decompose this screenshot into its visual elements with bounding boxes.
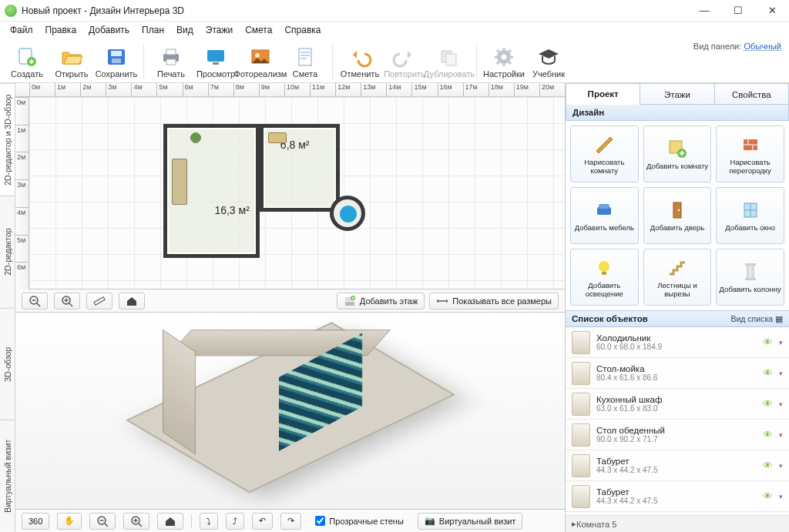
object-menu-icon[interactable]: ▾ [779,462,783,470]
menu-plan[interactable]: План [136,23,170,37]
right-panel: Проект Этажи Свойства Дизайн Нарисовать … [566,83,789,532]
svg-rect-7 [166,59,176,65]
toolbar-settings[interactable]: Настройки [482,45,526,79]
pan-tool[interactable]: ✋ [57,513,82,530]
zoom-in-3d[interactable] [123,513,149,530]
furniture-toilet[interactable] [340,206,357,223]
maximize-button[interactable]: ☐ [721,0,755,22]
menu-floors[interactable]: Этажи [200,23,238,37]
rotate-360[interactable]: 360 [22,513,49,530]
menu-add[interactable]: Добавить [83,23,135,37]
design-add-column[interactable]: Добавить колонну [716,249,784,306]
design-add-door[interactable]: Добавить дверь [643,187,712,244]
rotate-left[interactable]: ↶ [252,513,273,530]
object-menu-icon[interactable]: ▾ [779,370,783,377]
toolbar-photoreal[interactable]: Фотореализм [238,45,283,79]
lefttab-2d[interactable]: 2D-редактор [0,196,15,308]
zoom-out-3d[interactable] [89,513,116,530]
plan-canvas[interactable]: 16,3 м² 6,8 м² [29,97,565,289]
toolbar-preview[interactable]: Просмотр [193,45,238,79]
object-menu-icon[interactable]: ▾ [779,339,783,346]
object-item[interactable]: Холодильник60.0 x 68.0 x 184.9👁▾ [566,327,789,358]
furniture-plant[interactable] [190,132,201,143]
tab-properties[interactable]: Свойства [714,83,789,105]
object-item[interactable]: Табурет44.3 x 44.2 x 47.5👁▾ [566,450,789,481]
lefttab-3d[interactable]: 3D-обзор [0,308,15,420]
close-button[interactable]: ✕ [755,0,789,22]
svg-rect-9 [213,62,219,65]
object-name: Холодильник [596,333,757,343]
menu-file[interactable]: Файл [5,23,39,37]
svg-rect-14 [446,54,456,65]
zoom-out-2d[interactable] [22,293,48,309]
minimize-button[interactable]: — [687,0,721,22]
object-dimensions: 63.0 x 61.6 x 83.0 [596,404,757,413]
visibility-icon[interactable]: 👁 [763,367,773,379]
zoom-in-2d[interactable] [54,293,80,309]
visibility-icon[interactable]: 👁 [763,490,773,502]
toolbar-duplicate: Дублировать [427,45,472,79]
measure-tool[interactable] [86,293,112,309]
toolbar-open[interactable]: Открыть [49,45,94,79]
visibility-icon[interactable]: 👁 [763,398,773,410]
room-1-area: 16,3 м² [214,204,249,216]
visibility-icon[interactable]: 👁 [763,429,773,440]
object-item[interactable]: Табурет44.3 x 44.2 x 47.5👁▾ [566,481,789,512]
home-2d[interactable] [119,293,145,309]
virtual-visit-button[interactable]: 📷 Виртуальный визит [418,513,523,530]
object-dimensions: 60.0 x 68.0 x 184.9 [596,343,757,351]
tilt-down[interactable]: ⤵ [200,513,218,530]
svg-rect-4 [112,59,121,63]
object-room-row[interactable]: ▸ Комната 5 [566,515,789,532]
transparent-walls-check[interactable]: Прозрачные стены [309,513,409,530]
menu-edit[interactable]: Правка [40,23,82,37]
design-stairs-cutouts[interactable]: Лестницы и вырезы [643,249,712,306]
design-draw-room[interactable]: Нарисовать комнату [570,125,639,182]
tab-floors[interactable]: Этажи [640,83,713,105]
lefttab-2d-3d[interactable]: 2D-редактор и 3D-обзор [0,83,15,196]
lefttab-virtual[interactable]: Виртуальный визит [0,420,15,532]
toolbar-undo[interactable]: Отменить [337,45,382,79]
toolbar-tutorial[interactable]: Учебник [526,45,571,79]
object-item[interactable]: Стол обеденный90.0 x 90.2 x 71.7👁▾ [566,420,789,450]
menu-view[interactable]: Вид [171,23,199,37]
view-3d[interactable] [15,313,565,509]
visibility-icon[interactable]: 👁 [763,336,773,348]
object-menu-icon[interactable]: ▾ [779,493,783,500]
design-add-lighting[interactable]: Добавить освещение [570,249,639,306]
visibility-icon[interactable]: 👁 [763,460,773,471]
menu-help[interactable]: Справка [279,23,326,37]
toolbar-redo: Повторить [382,45,427,79]
object-menu-icon[interactable]: ▾ [779,400,783,408]
design-add-room[interactable]: Добавить комнату [643,125,712,182]
home-3d[interactable] [157,513,183,530]
svg-rect-30 [673,202,681,218]
object-item[interactable]: Стол-мойка80.4 x 61.6 x 86.6👁▾ [566,358,789,389]
furniture-sofa[interactable] [172,159,187,205]
object-list[interactable]: Холодильник60.0 x 68.0 x 184.9👁▾Стол-мой… [566,327,789,515]
svg-rect-12 [299,49,311,65]
show-dimensions-button[interactable]: Показывать все размеры [429,293,559,309]
toolbar-new[interactable]: Создать [5,45,49,79]
panel-mode-link[interactable]: Обычный [744,42,781,51]
toolbar-print[interactable]: Печать [149,45,193,79]
design-add-window[interactable]: Добавить окно [716,187,784,244]
add-floor-button[interactable]: Добавить этаж [337,293,425,309]
room-wc[interactable] [330,196,365,231]
toolbar-save[interactable]: Сохранить [94,45,139,79]
design-add-furniture[interactable]: Добавить мебель [570,187,639,244]
room-1[interactable]: 16,3 м² [163,124,260,258]
tilt-up[interactable]: ⤴ [226,513,244,530]
furniture-counter[interactable] [268,132,287,143]
design-draw-partition[interactable]: Нарисовать перегородку [716,125,784,182]
rotate-right[interactable]: ↷ [280,513,301,530]
tab-project[interactable]: Проект [566,83,640,105]
menu-estimate[interactable]: Смета [240,23,277,37]
view-list-icon[interactable]: ▦ [775,314,783,323]
toolbar-estimate[interactable]: Смета [283,45,327,79]
object-name: Табурет [596,457,757,466]
object-item[interactable]: Кухонный шкаф63.0 x 61.6 x 83.0👁▾ [566,389,789,420]
object-menu-icon[interactable]: ▾ [779,431,783,439]
room-2[interactable]: 6,8 м² [260,124,340,212]
object-name: Кухонный шкаф [596,395,757,404]
